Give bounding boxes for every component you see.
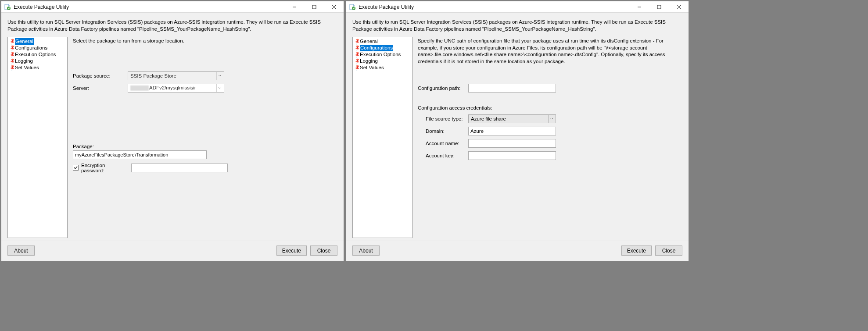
minimize-button[interactable] — [284, 1, 304, 13]
account-name-label: Account name: — [426, 141, 468, 146]
window-configurations: Execute Package Utility Use this utility… — [346, 1, 689, 261]
titlebar: Execute Package Utility — [346, 1, 689, 13]
intro-text: Use this utility to run SQL Server Integ… — [7, 19, 337, 32]
general-pane: Select the package to run from a storage… — [73, 37, 337, 238]
chevron-down-icon — [216, 72, 223, 80]
about-button[interactable]: About — [7, 246, 35, 256]
execute-button[interactable]: Execute — [621, 246, 652, 256]
window-general: Execute Package Utility Use this utility… — [1, 1, 344, 261]
pane-description: Specify the UNC path of configuration fi… — [418, 38, 682, 65]
nav-tree: 📌 General 📌 Configurations 📌 Execution O… — [7, 37, 68, 238]
encryption-label: Encryption password: — [81, 163, 129, 173]
package-source-combo[interactable]: SSIS Package Store — [128, 71, 224, 80]
footer: About Execute Close — [346, 241, 689, 261]
nav-item-label: General — [15, 38, 34, 45]
account-name-input[interactable] — [468, 139, 556, 148]
app-icon — [4, 4, 11, 11]
nav-item-label: General — [360, 38, 378, 45]
file-source-type-label: File source type: — [426, 116, 468, 121]
footer: About Execute Close — [1, 241, 344, 261]
intro-text: Use this utility to run SQL Server Integ… — [352, 19, 682, 32]
package-source-label: Package source: — [73, 73, 128, 78]
nav-item-logging[interactable]: 📌 Logging — [353, 58, 412, 64]
close-dialog-button[interactable]: Close — [655, 246, 682, 256]
nav-item-label: Configurations — [360, 45, 393, 51]
combo-value: ADFv2/mysqlmissisir — [130, 85, 196, 91]
nav-item-execution-options[interactable]: 📌 Execution Options — [353, 51, 412, 58]
nav-item-label: Execution Options — [15, 51, 56, 58]
nav-item-set-values[interactable]: 📌 Set Values — [8, 64, 67, 71]
close-button[interactable] — [669, 1, 689, 13]
minimize-button[interactable] — [629, 1, 649, 13]
nav-item-label: Logging — [360, 58, 378, 64]
svg-rect-3 — [312, 5, 316, 9]
nav-tree: 📌 General 📌 Configurations 📌 Execution O… — [352, 37, 412, 238]
nav-item-logging[interactable]: 📌 Logging — [8, 58, 67, 64]
domain-input[interactable] — [468, 127, 556, 135]
window-title: Execute Package Utility — [359, 4, 414, 10]
svg-point-7 — [352, 7, 355, 10]
nav-item-label: Configurations — [15, 45, 47, 51]
nav-item-general[interactable]: 📌 General — [8, 38, 67, 45]
chevron-down-icon — [216, 84, 223, 92]
nav-item-general[interactable]: 📌 General — [353, 38, 412, 45]
svg-rect-9 — [657, 5, 661, 9]
redacted-text — [130, 85, 149, 91]
nav-item-set-values[interactable]: 📌 Set Values — [353, 64, 412, 71]
nav-item-label: Set Values — [15, 64, 39, 71]
combo-value: Azure file share — [471, 116, 506, 121]
server-combo[interactable]: ADFv2/mysqlmissisir — [128, 84, 224, 93]
chevron-down-icon — [548, 115, 555, 123]
execute-button[interactable]: Execute — [276, 246, 307, 256]
close-dialog-button[interactable]: Close — [310, 246, 337, 256]
maximize-button[interactable] — [304, 1, 324, 13]
combo-value: SSIS Package Store — [130, 73, 176, 78]
nav-item-label: Set Values — [360, 64, 384, 71]
package-label: Package: — [73, 144, 337, 149]
server-label: Server: — [73, 85, 128, 91]
nav-item-execution-options[interactable]: 📌 Execution Options — [8, 51, 67, 58]
config-path-label: Configuration path: — [418, 85, 468, 91]
nav-item-configurations[interactable]: 📌 Configurations — [353, 45, 412, 51]
configurations-pane: Specify the UNC path of configuration fi… — [418, 37, 682, 238]
account-key-label: Account key: — [426, 153, 468, 158]
file-source-type-combo[interactable]: Azure file share — [468, 114, 556, 123]
encryption-checkbox[interactable] — [73, 165, 79, 171]
titlebar: Execute Package Utility — [1, 1, 344, 13]
package-input[interactable] — [73, 150, 207, 159]
maximize-button[interactable] — [649, 1, 669, 13]
nav-item-label: Logging — [15, 58, 33, 64]
account-key-input[interactable] — [468, 151, 556, 160]
credentials-header: Configuration access credentials: — [418, 105, 682, 110]
domain-label: Domain: — [426, 128, 468, 134]
nav-item-label: Execution Options — [360, 51, 401, 58]
app-icon — [349, 4, 356, 11]
about-button[interactable]: About — [352, 246, 380, 256]
window-title: Execute Package Utility — [14, 4, 69, 10]
nav-item-configurations[interactable]: 📌 Configurations — [8, 45, 67, 51]
encryption-password-input[interactable] — [131, 164, 228, 172]
pane-description: Select the package to run from a storage… — [73, 38, 337, 45]
close-button[interactable] — [324, 1, 344, 13]
config-path-input[interactable] — [468, 84, 556, 93]
svg-point-1 — [7, 7, 11, 10]
